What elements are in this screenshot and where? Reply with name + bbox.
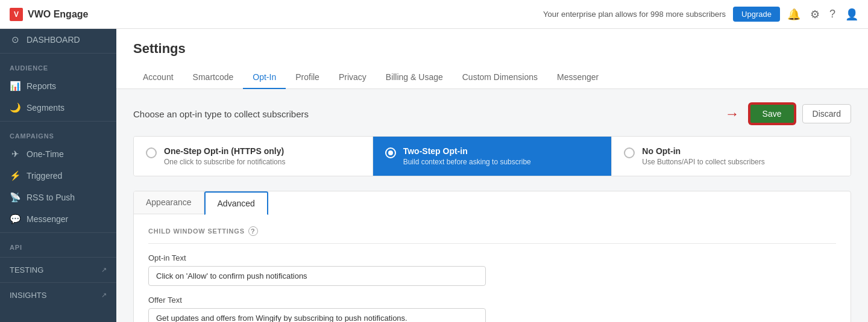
logo: V VWO Engage (10, 8, 88, 21)
section-header: Choose an opt-in type to collect subscri… (133, 104, 851, 124)
offer-text-group: Offer Text (148, 296, 836, 322)
tab-optin[interactable]: Opt-In (243, 66, 286, 89)
triggered-icon: ⚡ (10, 170, 20, 181)
tab-privacy[interactable]: Privacy (329, 66, 376, 89)
sidebar-divider-4 (0, 257, 116, 258)
optin-cards: One-Step Opt-in (HTTPS only) One click t… (133, 136, 851, 176)
sidebar-section-audience: AUDIENCE (0, 56, 116, 75)
main-content: Settings Account Smartcode Opt-In Profil… (116, 29, 868, 322)
sidebar-item-messenger[interactable]: 💬 Messenger (0, 208, 116, 230)
radio-nooptin (624, 147, 635, 158)
optin-card-onestep[interactable]: One-Step Opt-in (HTTPS only) One click t… (134, 137, 373, 176)
sidebar-label-insights: INSIGHTS (10, 291, 46, 300)
tab-smartcode[interactable]: Smartcode (183, 66, 244, 89)
radio-twostep (385, 147, 396, 158)
bell-icon[interactable]: 🔔 (787, 8, 800, 21)
optin-card-nooptin[interactable]: No Opt-in Use Buttons/API to collect sub… (612, 137, 851, 176)
optin-text-input[interactable] (148, 266, 486, 286)
sidebar-divider-2 (0, 121, 116, 122)
page-title: Settings (133, 41, 851, 57)
discard-button[interactable]: Discard (802, 104, 851, 123)
optin-onestep-title: One-Step Opt-in (HTTPS only) (164, 146, 285, 156)
messenger-icon: 💬 (10, 214, 20, 224)
optin-card-twostep-text: Two-Step Opt-in Build context before ask… (403, 146, 531, 166)
topbar-icons: 🔔 ⚙ ? 👤 (787, 8, 858, 21)
optin-nooptin-title: No Opt-in (642, 146, 764, 156)
sidebar-divider-5 (0, 282, 116, 283)
sidebar-item-testing[interactable]: TESTING ↗ (0, 260, 116, 280)
sidebar: ⊙ DASHBOARD AUDIENCE 📊 Reports 🌙 Segment… (0, 29, 116, 322)
sidebar-item-label: DASHBOARD (27, 35, 80, 45)
sidebar-section-api: API (0, 235, 116, 255)
tab-custom-dimensions[interactable]: Custom Dimensions (453, 66, 547, 89)
subtab-header: Appearance Advanced (134, 191, 851, 214)
help-icon[interactable]: ? (829, 8, 835, 20)
content-area: Choose an opt-in type to collect subscri… (116, 89, 868, 322)
subtab-appearance[interactable]: Appearance (134, 191, 204, 214)
sidebar-item-label-rss: RSS to Push (27, 193, 75, 202)
segments-icon: 🌙 (10, 102, 20, 113)
sidebar-item-segments[interactable]: 🌙 Segments (0, 97, 116, 119)
rss-icon: 📡 (10, 192, 20, 203)
subtab-content: CHILD WINDOW SETTINGS ? Opt-in Text Offe… (134, 214, 851, 322)
sidebar-item-reports[interactable]: 📊 Reports (0, 75, 116, 97)
sidebar-item-label-messenger: Messenger (27, 214, 68, 224)
logo-text: VWO Engage (28, 9, 88, 20)
offer-text-label: Offer Text (148, 296, 836, 305)
sidebar-item-label-reports: Reports (27, 81, 56, 91)
subtab-advanced[interactable]: Advanced (204, 191, 268, 215)
sidebar-item-label-onetime: One-Time (27, 149, 64, 159)
gear-icon[interactable]: ⚙ (810, 8, 820, 21)
upgrade-button[interactable]: Upgrade (733, 7, 780, 22)
tab-account[interactable]: Account (133, 66, 183, 89)
sidebar-item-label-segments: Segments (27, 103, 64, 113)
optin-twostep-title: Two-Step Opt-in (403, 146, 531, 156)
field-section-label: CHILD WINDOW SETTINGS (148, 228, 245, 235)
field-section-title: CHILD WINDOW SETTINGS ? (148, 226, 836, 244)
dashboard-icon: ⊙ (10, 34, 20, 45)
optin-text-group: Opt-in Text (148, 253, 836, 286)
logo-icon: V (10, 8, 23, 21)
tab-messenger[interactable]: Messenger (547, 66, 608, 89)
arrow-icon: → (725, 105, 740, 122)
sidebar-item-dashboard[interactable]: ⊙ DASHBOARD (0, 29, 116, 51)
optin-card-onestep-text: One-Step Opt-in (HTTPS only) One click t… (164, 146, 285, 166)
sidebar-item-label-triggered: Triggered (27, 171, 62, 181)
radio-inner-twostep (388, 150, 393, 155)
user-icon[interactable]: 👤 (845, 8, 858, 21)
action-buttons: → Save Discard (725, 104, 851, 124)
onetime-icon: ✈ (10, 149, 20, 159)
external-link-icon: ↗ (101, 266, 107, 274)
optin-card-twostep[interactable]: Two-Step Opt-in Build context before ask… (373, 137, 612, 176)
optin-text-label: Opt-in Text (148, 253, 836, 262)
sidebar-section-campaigns: CAMPAIGNS (0, 124, 116, 143)
sidebar-divider-3 (0, 232, 116, 233)
topbar-right: Your enterprise plan allows for 998 more… (543, 7, 858, 22)
sidebar-item-onetime[interactable]: ✈ One-Time (0, 143, 116, 165)
section-title: Choose an opt-in type to collect subscri… (133, 109, 309, 119)
sidebar-divider-1 (0, 53, 116, 54)
sidebar-item-triggered[interactable]: ⚡ Triggered (0, 165, 116, 187)
enterprise-message: Your enterprise plan allows for 998 more… (543, 10, 726, 19)
external-link-icon-2: ↗ (101, 291, 107, 299)
optin-card-nooptin-text: No Opt-in Use Buttons/API to collect sub… (642, 146, 764, 166)
radio-onestep (146, 147, 157, 158)
offer-text-input[interactable] (148, 308, 486, 322)
sidebar-item-rss[interactable]: 📡 RSS to Push (0, 187, 116, 208)
topbar: V VWO Engage Your enterprise plan allows… (0, 0, 868, 29)
reports-icon: 📊 (10, 81, 20, 91)
main-header: Settings Account Smartcode Opt-In Profil… (116, 29, 868, 89)
sidebar-item-insights[interactable]: INSIGHTS ↗ (0, 285, 116, 305)
subtab-container: Appearance Advanced CHILD WINDOW SETTING… (133, 191, 851, 322)
save-button[interactable]: Save (749, 104, 795, 124)
help-circle-icon[interactable]: ? (248, 226, 258, 236)
optin-nooptin-subtitle: Use Buttons/API to collect subscribers (642, 158, 764, 166)
tab-profile[interactable]: Profile (286, 66, 329, 89)
optin-onestep-subtitle: One click to subscribe for notifications (164, 158, 285, 166)
settings-tabs: Account Smartcode Opt-In Profile Privacy… (133, 66, 851, 88)
tab-billing[interactable]: Billing & Usage (376, 66, 453, 89)
sidebar-label-testing: TESTING (10, 265, 43, 274)
optin-twostep-subtitle: Build context before asking to subscribe (403, 158, 531, 166)
